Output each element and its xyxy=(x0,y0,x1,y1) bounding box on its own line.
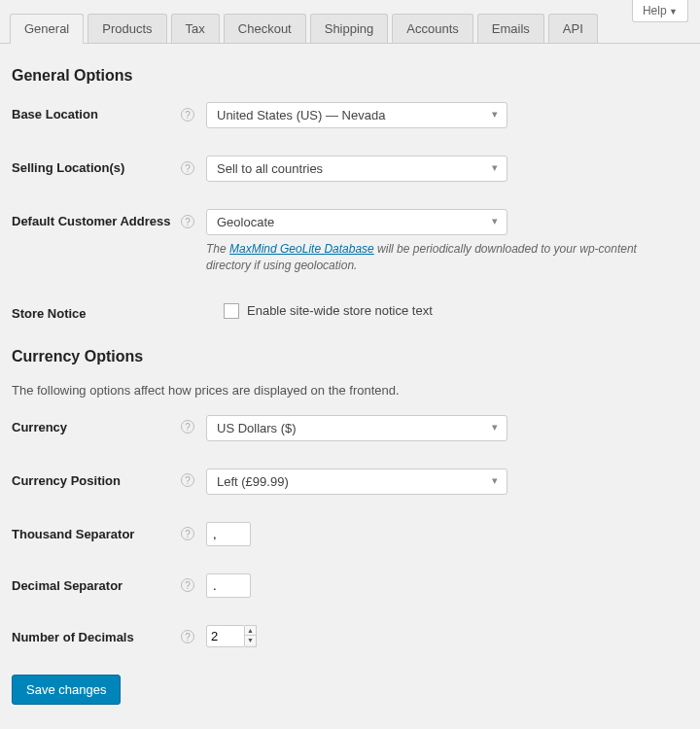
number-of-decimals-input[interactable] xyxy=(206,625,245,647)
save-changes-button[interactable]: Save changes xyxy=(12,675,121,705)
tab-api[interactable]: API xyxy=(548,14,598,43)
default-customer-address-label: Default Customer Address xyxy=(12,214,171,228)
thousand-separator-label: Thousand Separator xyxy=(12,527,134,541)
default-customer-address-select[interactable]: Geolocate xyxy=(206,209,508,235)
base-location-label: Base Location xyxy=(12,107,98,122)
settings-tabs: General Products Tax Checkout Shipping A… xyxy=(0,14,700,44)
decimal-separator-label: Decimal Separator xyxy=(12,578,122,593)
help-icon[interactable]: ? xyxy=(181,420,194,434)
tab-checkout[interactable]: Checkout xyxy=(224,14,306,43)
currency-options-heading: Currency Options xyxy=(12,348,688,365)
decimal-separator-input[interactable] xyxy=(206,573,251,598)
base-location-select[interactable]: United States (US) — Nevada xyxy=(206,102,508,128)
help-icon[interactable]: ? xyxy=(181,215,194,228)
help-icon[interactable]: ? xyxy=(181,473,194,487)
store-notice-checkbox-label: Enable site-wide store notice text xyxy=(247,303,433,318)
spin-up-icon[interactable]: ▲ xyxy=(245,626,256,636)
tab-tax[interactable]: Tax xyxy=(171,14,220,43)
general-options-heading: General Options xyxy=(12,67,688,85)
currency-position-label: Currency Position xyxy=(12,473,121,488)
store-notice-label: Store Notice xyxy=(12,306,87,321)
store-notice-checkbox[interactable] xyxy=(224,303,239,319)
currency-select[interactable]: US Dollars ($) xyxy=(206,415,508,441)
selling-locations-label: Selling Location(s) xyxy=(12,160,124,175)
thousand-separator-input[interactable] xyxy=(206,522,251,546)
tab-accounts[interactable]: Accounts xyxy=(392,14,472,43)
row-store-notice: Store Notice Enable site-wide store noti… xyxy=(12,301,688,321)
row-currency: Currency ? US Dollars ($) xyxy=(12,415,688,441)
row-selling-locations: Selling Location(s) ? Sell to all countr… xyxy=(12,156,688,182)
geolocate-hint: The MaxMind GeoLite Database will be per… xyxy=(206,241,673,274)
currency-label: Currency xyxy=(12,420,67,434)
row-default-customer-address: Default Customer Address ? Geolocate The… xyxy=(12,209,688,274)
tab-emails[interactable]: Emails xyxy=(477,14,544,43)
help-tab[interactable]: Help xyxy=(632,0,688,22)
spin-down-icon[interactable]: ▼ xyxy=(245,636,256,644)
tab-general[interactable]: General xyxy=(10,14,84,44)
currency-position-select[interactable]: Left (£99.99) xyxy=(206,469,508,495)
help-icon[interactable]: ? xyxy=(181,630,194,643)
row-currency-position: Currency Position ? Left (£99.99) xyxy=(12,469,688,495)
help-icon[interactable]: ? xyxy=(181,108,194,122)
maxmind-link[interactable]: MaxMind GeoLite Database xyxy=(229,242,374,256)
row-base-location: Base Location ? United States (US) — Nev… xyxy=(12,102,688,128)
help-icon[interactable]: ? xyxy=(181,578,194,592)
help-icon[interactable]: ? xyxy=(181,161,194,175)
row-number-of-decimals: Number of Decimals ? ▲ ▼ xyxy=(12,625,688,647)
currency-options-description: The following options affect how prices … xyxy=(12,383,688,398)
help-icon[interactable]: ? xyxy=(181,527,194,540)
number-spinner[interactable]: ▲ ▼ xyxy=(245,625,257,647)
settings-content: General Options Base Location ? United S… xyxy=(0,44,700,724)
row-decimal-separator: Decimal Separator ? xyxy=(12,573,688,598)
row-thousand-separator: Thousand Separator ? xyxy=(12,522,688,546)
selling-locations-select[interactable]: Sell to all countries xyxy=(206,156,508,182)
tab-shipping[interactable]: Shipping xyxy=(310,14,389,43)
tab-products[interactable]: Products xyxy=(88,14,166,43)
number-of-decimals-label: Number of Decimals xyxy=(12,630,134,644)
